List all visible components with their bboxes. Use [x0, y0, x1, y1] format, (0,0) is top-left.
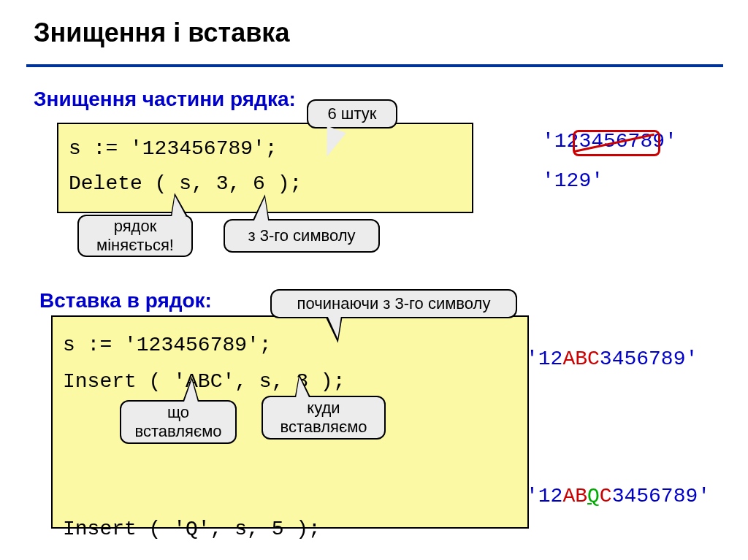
callout-starting-from-3rd: починаючи з 3-го символу	[270, 289, 517, 318]
result-delete-after: '129'	[542, 169, 603, 192]
callout-where-insert: куди вставляємо	[262, 396, 386, 440]
result-insert-2: '12ABQC3456789'	[526, 485, 710, 507]
divider	[26, 64, 723, 67]
callout-6-pieces: 6 штук	[307, 99, 397, 129]
callout-from-3rd: з 3-го символу	[224, 219, 380, 253]
code-line: s := '123456789';	[63, 334, 272, 356]
callout-pointer	[292, 376, 310, 401]
callout-pointer	[183, 380, 199, 404]
section-heading-insert: Вставка в рядок:	[39, 289, 212, 312]
code-line: Delete ( s, 3, 6 );	[69, 172, 302, 195]
page-title: Знищення і вставка	[34, 18, 289, 48]
callout-row-changes: рядок міняється!	[77, 215, 193, 257]
section-heading-delete: Знищення частини рядка:	[34, 88, 296, 111]
code-line: s := '123456789';	[69, 137, 278, 160]
result-insert-1: '12ABC3456789'	[526, 348, 698, 370]
code-line: Insert ( 'Q', s, 5 );	[63, 518, 321, 540]
callout-what-insert: що вставляємо	[120, 400, 237, 444]
slide: Знищення і вставка Знищення частини рядк…	[0, 0, 748, 560]
